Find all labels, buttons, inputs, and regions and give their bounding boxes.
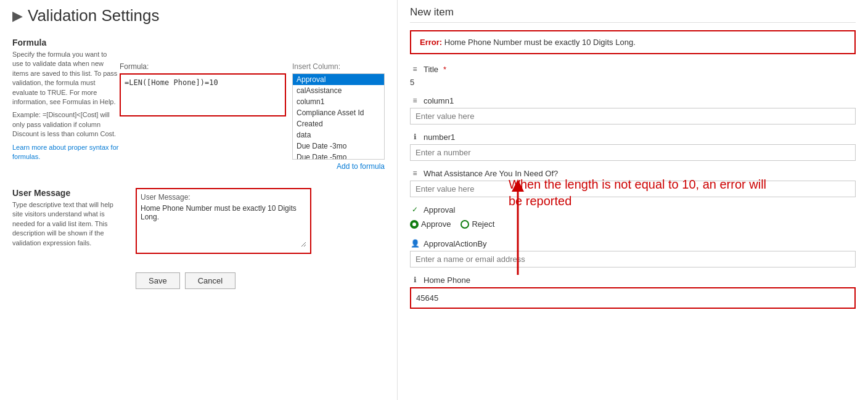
user-message-box: User Message: Home Phone Number must be …	[136, 188, 311, 254]
right-panel: New item Error: Home Phone Number must b…	[398, 0, 868, 400]
page-title-container: ▶ Validation Settings	[12, 6, 385, 25]
column1-field-label: column1	[424, 96, 454, 105]
user-message-description: User Message Type descriptive text that …	[12, 188, 129, 254]
formula-textarea[interactable]: =LEN([Home Phone])=10	[120, 73, 286, 116]
button-row: Save Cancel	[136, 272, 385, 289]
number1-field-header: ℹ number1	[410, 132, 856, 142]
approvalactionby-person-icon: 👤	[410, 239, 420, 248]
formula-inputs-area: Formula: =LEN([Home Phone])=10 Insert Co…	[120, 62, 385, 171]
homephone-field-header: ℹ Home Phone	[410, 275, 856, 285]
formula-description: Specify the formula you want to use to v…	[12, 50, 120, 171]
column-list-container: Insert Column: Approval calAssistance co…	[292, 62, 385, 171]
column-item-column1[interactable]: column1	[293, 96, 384, 107]
column-item-duedate5mo[interactable]: Due Date -5mo	[293, 152, 384, 160]
column-item-approval[interactable]: Approval	[293, 74, 384, 85]
column1-input[interactable]	[410, 108, 856, 124]
save-button[interactable]: Save	[136, 272, 180, 289]
approval-check-icon: ✓	[410, 205, 420, 214]
number1-input[interactable]	[410, 144, 856, 161]
user-message-label: User Message:	[141, 193, 306, 202]
formula-content-area: Specify the formula you want to use to v…	[12, 50, 385, 171]
user-message-section: User Message Type descriptive text that …	[12, 188, 385, 254]
title-arrow-icon: ▶	[12, 8, 23, 24]
approval-options: Approve Reject	[410, 217, 856, 231]
homephone-field-label: Home Phone	[424, 276, 470, 285]
cancel-button[interactable]: Cancel	[185, 272, 235, 289]
approvalactionby-field-label: ApprovalActionBy	[424, 239, 487, 248]
column-item-compliance[interactable]: Compliance Asset Id	[293, 107, 384, 118]
column-list[interactable]: Approval calAssistance column1 Complianc…	[292, 73, 385, 160]
insert-column-label: Insert Column:	[292, 62, 385, 71]
approval-field-label: Approval	[424, 205, 455, 214]
column-item-created[interactable]: Created	[293, 118, 384, 129]
column-item-duedate3mo[interactable]: Due Date -3mo	[293, 141, 384, 152]
approve-label: Approve	[421, 219, 451, 229]
approval-reject-option[interactable]: Reject	[461, 219, 494, 229]
user-message-input-container: User Message: Home Phone Number must be …	[136, 188, 385, 254]
number1-field-label: number1	[424, 133, 455, 142]
form-field-title: ≡ Title * 5	[410, 64, 856, 88]
reject-radio-empty	[461, 220, 469, 229]
approvalactionby-field-header: 👤 ApprovalActionBy	[410, 239, 856, 248]
home-phone-section: ℹ Home Phone 45645 When the length is no…	[410, 275, 856, 309]
approve-radio-filled	[410, 220, 419, 229]
column1-field-icon: ≡	[410, 96, 420, 105]
title-field-header: ≡ Title *	[410, 64, 856, 74]
error-banner: Error: Home Phone Number must be exactly…	[410, 30, 856, 54]
reject-label: Reject	[472, 219, 494, 229]
add-to-formula-link[interactable]: Add to formula	[292, 162, 385, 171]
error-message: Home Phone Number must be exactly 10 Dig…	[444, 38, 636, 47]
form-field-approvalactionby: 👤 ApprovalActionBy	[410, 239, 856, 267]
form-field-number1: ℹ number1	[410, 132, 856, 161]
column1-field-header: ≡ column1	[410, 96, 856, 105]
title-field-value: 5	[410, 76, 856, 88]
home-phone-container: 45645	[410, 287, 856, 309]
formula-label: Formula:	[120, 62, 286, 71]
left-panel: ▶ Validation Settings Formula Specify th…	[0, 0, 398, 400]
formula-learn-more: Learn more about proper syntax for formu…	[12, 143, 120, 162]
formula-section-title: Formula	[12, 38, 385, 47]
formula-example-text: Example: =[Discount]<[Cost] will only pa…	[12, 110, 120, 139]
approvalactionby-input[interactable]	[410, 251, 856, 267]
title-required-star: *	[443, 65, 446, 74]
form-field-column1: ≡ column1	[410, 96, 856, 124]
title-field-icon: ≡	[410, 64, 420, 74]
user-message-textarea[interactable]: Home Phone Number must be exactly 10 Dig…	[141, 204, 306, 247]
column-item-data[interactable]: data	[293, 129, 384, 141]
formula-input-container: Formula: =LEN([Home Phone])=10	[120, 62, 286, 171]
approval-approve-option[interactable]: Approve	[410, 219, 451, 229]
user-message-description-text: Type descriptive text that will help sit…	[12, 200, 123, 248]
column-item-calassistance[interactable]: calAssistance	[293, 85, 384, 96]
title-field-label: Title	[424, 65, 438, 74]
error-label: Error:	[420, 38, 442, 47]
formula-description-text: Specify the formula you want to use to v…	[12, 50, 120, 107]
home-phone-value: 45645	[416, 292, 850, 304]
annotation-text: When the length is not equal to 10, an e…	[509, 176, 768, 210]
page-title: Validation Settings	[28, 6, 159, 25]
formula-learn-more-link[interactable]: Learn more about proper syntax for formu…	[12, 144, 118, 160]
homephone-info-icon: ℹ	[410, 275, 420, 285]
assistance-field-icon: ≡	[410, 168, 420, 178]
new-item-title: New item	[410, 6, 856, 23]
formula-section: Formula Specify the formula you want to …	[12, 38, 385, 171]
number1-field-icon: ℹ	[410, 132, 420, 142]
user-message-title: User Message	[12, 188, 129, 198]
